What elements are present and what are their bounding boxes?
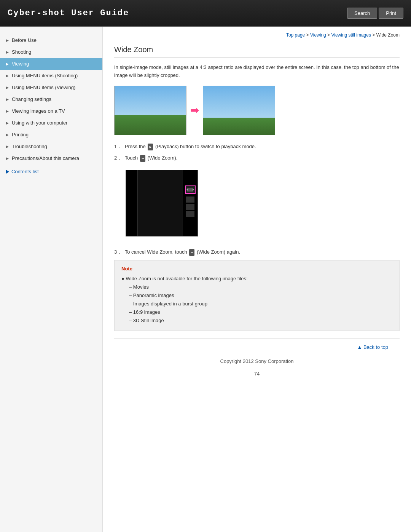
sidebar-item-label: Shooting (12, 49, 31, 55)
arrow-icon: ▶ (6, 121, 9, 125)
sidebar-item-before-use[interactable]: ▶ Before Use (0, 34, 102, 46)
breadcrumb-viewing-still[interactable]: Viewing still images (331, 32, 371, 38)
page-number: 74 (114, 367, 400, 380)
step-2-text: Touch (125, 155, 139, 161)
arrow-icon: ▶ (6, 145, 9, 149)
note-section: Note Wide Zoom is not available for the … (114, 260, 400, 331)
sidebar-item-label: Viewing images on a TV (12, 108, 65, 114)
other-icon-1 (186, 197, 194, 203)
sidebar-item-printing[interactable]: ▶ Printing (0, 129, 102, 141)
sidebar-item-precautions[interactable]: ▶ Precautions/About this camera (0, 152, 102, 164)
field-layer-after (203, 118, 275, 135)
step-1-num: 1． (114, 144, 122, 149)
sidebar: ▶ Before Use ▶ Shooting ▶ Viewing ▶ Usin… (0, 27, 103, 532)
note-list: Wide Zoom is not available for the follo… (121, 275, 392, 325)
print-button[interactable]: Print (379, 8, 403, 19)
breadcrumb-sep2: > (327, 32, 331, 38)
sidebar-item-label: Before Use (12, 37, 37, 43)
note-item-169: 16:9 images (121, 308, 392, 316)
breadcrumb-sep3: > (372, 32, 376, 38)
breadcrumb-sep1: > (306, 32, 310, 38)
copyright-text: Copyright 2012 Sony Corporation (114, 355, 400, 367)
sky-layer-after (203, 86, 275, 118)
search-button[interactable]: Search (347, 8, 377, 19)
other-icon-3 (186, 211, 194, 217)
note-item-movies: Movies (121, 283, 392, 291)
sidebar-item-label: Troubleshooting (12, 144, 47, 149)
after-image (203, 86, 275, 135)
header-buttons: Search Print (347, 8, 403, 19)
step-1-text: Press the (125, 144, 147, 149)
step-3-text: To cancel Wide Zoom, touch (125, 249, 189, 255)
note-title: Note (121, 266, 392, 272)
app-title: Cyber-shot User Guide (8, 8, 129, 18)
left-arrow (186, 189, 188, 191)
sidebar-item-computer[interactable]: ▶ Using with your computer (0, 117, 102, 129)
step-3-text2: (Wide Zoom) again. (197, 249, 240, 255)
step-2-num: 2． (114, 155, 122, 161)
arrow-right-icon (6, 170, 9, 174)
breadcrumb-viewing[interactable]: Viewing (310, 32, 326, 38)
comparison-images: ➡ (114, 86, 400, 135)
wide-zoom-icon-2: ↔ (189, 249, 194, 256)
sidebar-item-label: Printing (12, 132, 29, 137)
sidebar-item-changing-settings[interactable]: ▶ Changing settings (0, 93, 102, 105)
page-title: Wide Zoom (114, 45, 400, 58)
arrow-icon: ▶ (6, 50, 9, 54)
arrow-icon: ▶ (6, 97, 9, 101)
sidebar-item-menu-shooting[interactable]: ▶ Using MENU items (Shooting) (0, 70, 102, 81)
screen-display (126, 170, 198, 236)
step-3-num: 3． (114, 249, 122, 255)
arrow-icon: ▶ (6, 157, 9, 160)
playback-icon: ▶ (148, 144, 153, 150)
right-arrow (193, 189, 194, 191)
step-3: 3． To cancel Wide Zoom, touch ↔ (Wide Zo… (114, 248, 400, 256)
main-layout: ▶ Before Use ▶ Shooting ▶ Viewing ▶ Usin… (0, 27, 411, 532)
step-2-text2: (Wide Zoom). (148, 155, 178, 161)
sidebar-item-label: Using MENU items (Viewing) (12, 85, 75, 90)
breadcrumb-top[interactable]: Top page (286, 32, 305, 38)
right-panel (183, 170, 198, 236)
sidebar-item-menu-viewing[interactable]: ▶ Using MENU items (Viewing) (0, 81, 102, 93)
steps-list: 1． Press the ▶ (Playback) button to swit… (114, 143, 400, 163)
arrow-icon: ▶ (6, 86, 9, 89)
sidebar-item-label: Changing settings (12, 96, 51, 102)
wide-zoom-icon: ↔ (140, 155, 145, 162)
breadcrumb: Top page > Viewing > Viewing still image… (114, 32, 400, 38)
step-1-text2: (Playback) button to switch to playback … (155, 144, 256, 149)
sidebar-item-shooting[interactable]: ▶ Shooting (0, 46, 102, 58)
sidebar-item-label: Using MENU items (Shooting) (12, 73, 78, 78)
step-2: 2． Touch ↔ (Wide Zoom). (114, 154, 400, 162)
sidebar-item-troubleshooting[interactable]: ▶ Troubleshooting (0, 141, 102, 152)
transform-arrow-icon: ➡ (190, 104, 199, 117)
arrow-icon: ▶ (6, 133, 9, 137)
page-footer: ▲ Back to top (114, 339, 400, 355)
back-to-top-link[interactable]: ▲ Back to top (357, 344, 388, 350)
screenshot-container (126, 170, 206, 242)
sky-layer (115, 86, 186, 115)
step-1: 1． Press the ▶ (Playback) button to swit… (114, 143, 400, 151)
arrow-icon: ▶ (6, 74, 9, 78)
wide-zoom-screen-icon (185, 185, 196, 194)
sidebar-item-label: Precautions/About this camera (12, 155, 79, 161)
breadcrumb-current: Wide Zoom (376, 32, 400, 38)
before-image (114, 86, 186, 135)
other-icon-2 (186, 204, 194, 210)
sidebar-item-label: Viewing (12, 61, 29, 67)
icon-inner (187, 188, 193, 192)
header: Cyber-shot User Guide Search Print (0, 0, 411, 27)
page-description: In single-image mode, still images at a … (114, 64, 400, 80)
contents-list-link[interactable]: Contents list (0, 164, 102, 179)
field-layer (115, 115, 186, 134)
note-item-3d: 3D Still Image (121, 316, 392, 325)
contents-list-label: Contents list (11, 169, 39, 174)
center-panel (137, 170, 183, 236)
left-panel (126, 170, 137, 236)
sidebar-item-label: Using with your computer (12, 120, 68, 126)
sidebar-item-viewing[interactable]: ▶ Viewing (0, 58, 102, 70)
note-item-burst: Images displayed in a burst group (121, 300, 392, 308)
sidebar-item-viewing-tv[interactable]: ▶ Viewing images on a TV (0, 105, 102, 117)
note-item-panoramic: Panoramic images (121, 291, 392, 300)
note-bullet-item: Wide Zoom is not available for the follo… (121, 275, 392, 283)
arrow-icon: ▶ (6, 109, 9, 113)
